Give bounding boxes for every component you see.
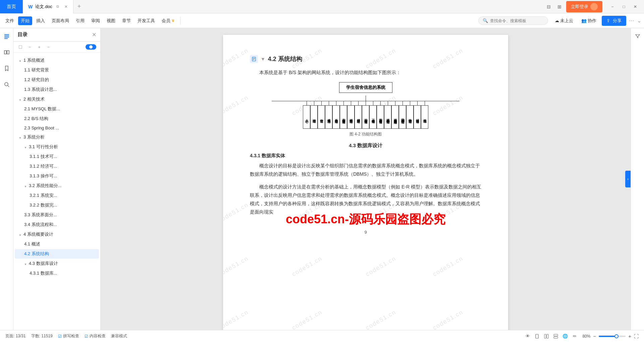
toc-item-4-2[interactable]: 4.2 系统结构 xyxy=(15,249,99,259)
branch-11: 文明宿舍信息管理 xyxy=(377,101,384,129)
compat-mode[interactable]: 兼容模式 xyxy=(111,333,127,339)
page-break-icon[interactable] xyxy=(552,333,559,340)
svg-rect-2 xyxy=(4,37,9,38)
toolbar-cloud[interactable]: ☁ 未上云 xyxy=(552,16,576,25)
side-expand-button[interactable]: › xyxy=(625,171,631,187)
toc-item-1-3[interactable]: 1.3 系统设计思... xyxy=(15,85,99,94)
toolbar-right-actions: ☁ 未上云 👥 协作 ⇪ 分享 ⋯ ⌄ xyxy=(549,16,641,26)
toc-expand-3-1-icon xyxy=(24,145,28,150)
toolbar-member[interactable]: 会员 ♛ xyxy=(159,16,177,25)
paragraph-2: 概念模式的设计方法是在需求分析的基础上，用概念数据模型（例如 E-R 模型）表示… xyxy=(250,183,481,217)
web-icon[interactable]: 🌐 xyxy=(561,333,569,340)
toc-item-1-1[interactable]: 1.1 研究背景 xyxy=(15,65,99,75)
toc-item-4-1[interactable]: 4.1 概述 xyxy=(15,239,99,249)
toc-item-2-2[interactable]: 2.2 B/S 结构 xyxy=(15,114,99,123)
compat-mode-label: 兼容模式 xyxy=(111,333,127,339)
toc-item-3-3[interactable]: 3.3 系统界面分... xyxy=(15,210,99,220)
edit-icon[interactable]: ✏ xyxy=(571,333,578,340)
zoom-slider-thumb[interactable] xyxy=(614,334,619,338)
tab-doc[interactable]: W 论文.doc ⧉ ✕ xyxy=(23,0,73,13)
sidebar-icons xyxy=(0,28,13,330)
toolbar-chapter[interactable]: 章节 xyxy=(119,16,133,25)
toc-item-2-3[interactable]: 2.3 Spring Boot ... xyxy=(15,124,99,132)
eye-icon[interactable]: 👁 xyxy=(524,333,531,340)
login-button[interactable]: 立即登录 xyxy=(566,1,602,12)
branch-leaf-14: 物品类别信息管理 xyxy=(399,105,406,129)
zoom-in-button[interactable]: + xyxy=(628,333,631,339)
toc-item-1-2[interactable]: 1.2 研究目的 xyxy=(15,75,99,84)
page-info[interactable]: 页面: 13/31 xyxy=(5,333,26,339)
toc-item-2-1[interactable]: 2.1 MYSQL 数据... xyxy=(15,104,99,114)
branch-leaf-8: 报修处理管理 xyxy=(355,105,362,129)
toc-collapse-icon[interactable] xyxy=(27,44,34,50)
toolbar-page-layout[interactable]: 页面布局 xyxy=(49,16,72,25)
toc-item-4-3[interactable]: 4.3 数据库设计 xyxy=(15,259,99,268)
minimize-button[interactable]: − xyxy=(608,2,617,11)
toc-close-button[interactable]: ✕ xyxy=(92,32,96,38)
toolbar-file[interactable]: 文件 xyxy=(3,16,17,25)
content-check[interactable]: ☑ 内容检查 xyxy=(85,333,106,339)
toolbar-reference[interactable]: 引用 xyxy=(73,16,87,25)
toc-item-3-2-1[interactable]: 3.2.1 系统安... xyxy=(15,191,99,200)
more-options-icon[interactable]: ⋯ xyxy=(629,17,634,24)
toolbar-collab[interactable]: 👥 协作 xyxy=(579,16,599,25)
grid-view-icon[interactable]: ⊞ xyxy=(555,3,564,11)
toc-header: 目录 ✕ xyxy=(13,28,100,42)
zoom-out-button[interactable]: − xyxy=(593,333,596,339)
search-input[interactable] xyxy=(490,18,544,23)
right-panel-filter-icon[interactable] xyxy=(632,31,643,42)
toc-collapse-all-icon[interactable] xyxy=(17,44,24,50)
doc-area[interactable]: code51.cn code51.cn code51.cn code51.cn … xyxy=(101,28,631,330)
toc-item-4-3-1[interactable]: 4.3.1 数据库... xyxy=(15,269,99,278)
toc-item-3[interactable]: 3 系统分析 xyxy=(15,132,99,142)
add-tab-button[interactable]: + xyxy=(73,0,85,13)
toolbar-dev-tools[interactable]: 开发工具 xyxy=(135,16,158,25)
toc-item-4[interactable]: 4 系统概要设计 xyxy=(15,230,99,239)
sidebar-search-icon[interactable] xyxy=(1,79,12,90)
tab-home[interactable]: 首页 xyxy=(0,0,23,13)
fullscreen-button[interactable]: ⛶ xyxy=(634,334,639,339)
toc-expand-icon[interactable] xyxy=(36,44,43,50)
close-tab-icon[interactable]: ✕ xyxy=(64,4,68,9)
sidebar-bookmark-icon[interactable] xyxy=(1,63,12,74)
watermark-17: code51.cn xyxy=(223,308,250,330)
restore-icon[interactable]: ⧉ xyxy=(56,4,59,9)
toolbar-start[interactable]: 开始 xyxy=(18,16,32,25)
spell-check[interactable]: ☑ 拼写检查 xyxy=(58,333,79,339)
branch-leaf-16: 招领信息管理 xyxy=(414,105,421,129)
branch-8: 报修处理管理 xyxy=(355,101,362,129)
diagram-vert-line xyxy=(366,96,366,101)
toolbar-insert[interactable]: 插入 xyxy=(34,16,48,25)
toc-item-3-1[interactable]: 3.1 可行性分析 xyxy=(15,142,99,152)
toc-item-2[interactable]: 2 相关技术 xyxy=(15,95,99,104)
toc-item-3-2[interactable]: 3.2 系统性能分... xyxy=(15,181,99,190)
toolbar-search-box[interactable]: 🔍 xyxy=(478,16,548,25)
expand-toolbar-icon[interactable]: ⌄ xyxy=(637,17,641,24)
toc-item-3-1-3[interactable]: 3.1.3 操作可... xyxy=(15,171,99,181)
close-button[interactable]: ✕ xyxy=(631,2,640,11)
share-button[interactable]: ⇪ 分享 xyxy=(602,16,626,26)
toc-item-1[interactable]: 1 系统概述 xyxy=(15,56,99,65)
toc-dedent-icon[interactable] xyxy=(46,44,52,50)
branch-leaf-6: 宿舍安全信息管理 xyxy=(340,105,347,129)
toolbar-view[interactable]: 视图 xyxy=(104,16,118,25)
toc-item-3-4[interactable]: 3.4 系统流程和... xyxy=(15,220,99,229)
toc-item-3-2-2[interactable]: 3.2.2 数据完... xyxy=(15,201,99,210)
zoom-slider[interactable] xyxy=(599,336,626,337)
page-info-label: 页面: 13/31 xyxy=(5,333,26,339)
single-page-icon[interactable] xyxy=(533,333,541,340)
maximize-button[interactable]: □ xyxy=(619,2,629,11)
multi-page-icon[interactable] xyxy=(543,333,550,340)
svg-rect-3 xyxy=(4,38,8,39)
doc-content: ▼ 4.2 系统结构 本系统是基于 B/S 架构的网站系统，设计的功能结构图如下… xyxy=(250,55,481,235)
sidebar-nav-icon[interactable] xyxy=(1,47,12,58)
split-view-icon[interactable]: ⊟ xyxy=(545,3,553,11)
toolbar-review[interactable]: 审阅 xyxy=(89,16,103,25)
content-check-label: 内容检查 xyxy=(90,333,106,339)
collab-icon: 👥 xyxy=(581,18,587,23)
toc-item-3-1-1[interactable]: 3.1.1 技术可... xyxy=(15,152,99,161)
toc-item-3-1-2[interactable]: 3.1.2 经济可... xyxy=(15,162,99,171)
sidebar-toc-icon[interactable] xyxy=(1,31,12,42)
svg-rect-14 xyxy=(547,334,548,338)
word-count[interactable]: 字数: 11519 xyxy=(31,333,53,339)
